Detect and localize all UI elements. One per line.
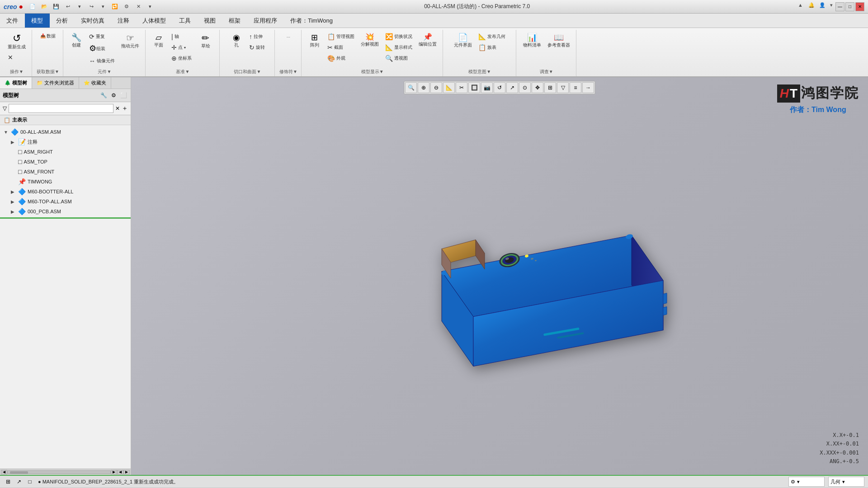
menu-applications[interactable]: 应用程序 [247, 14, 284, 28]
zoom-in-btn[interactable]: ⊕ [418, 82, 429, 93]
new-btn[interactable]: 📄 [28, 2, 38, 12]
getdata-group-label[interactable]: 获取数据▼ [37, 68, 59, 76]
regen-button[interactable]: ↺ 重新生成 [5, 32, 28, 52]
tree-item-asm-top[interactable]: □ ASM_TOP [0, 157, 131, 167]
status-geometry-dropdown[interactable]: 几何 ▾ [828, 477, 864, 487]
edit-position-button[interactable]: 📌 编辑位置 [416, 32, 439, 49]
array-button[interactable]: ⊞ 阵列 [306, 32, 323, 50]
cut-group-label[interactable]: 切口和曲面▼ [234, 68, 261, 76]
scroll-left-btn[interactable]: ◀ [1, 470, 7, 474]
filter-view-btn[interactable]: ▽ [557, 82, 569, 93]
help-icon[interactable]: ▲ [795, 2, 806, 11]
create-button[interactable]: 🔧 创建 [68, 32, 85, 50]
component-group-label[interactable]: 元件▼ [98, 68, 111, 76]
publish-geo-button[interactable]: 📐 发布几何 [476, 32, 508, 42]
cursor-icon[interactable]: ↗ [14, 477, 24, 486]
revolve-button[interactable]: ↻ 旋转 [247, 42, 267, 52]
minimize-btn[interactable]: — [835, 2, 844, 11]
select-btn[interactable]: ↗ [506, 82, 518, 93]
display-group-label[interactable]: 模型显示▼ [361, 68, 384, 76]
menu-simulation[interactable]: 实时仿真 [75, 14, 111, 28]
ops-group-label[interactable]: 操作▼ [10, 68, 24, 76]
notification-icon[interactable]: 🔔 [807, 2, 816, 11]
menu-author[interactable]: 作者：TimWong [284, 14, 340, 28]
explode-button[interactable]: 💥 分解视图 [359, 32, 381, 49]
appearance-button[interactable]: 🎨 外观 [325, 53, 357, 63]
menu-annotation[interactable]: 注释 [111, 14, 136, 28]
tab-favorites[interactable]: ⭐ 收藏夹 [79, 77, 111, 89]
getdata-item1[interactable]: 📥 数据 [38, 32, 58, 41]
redo-arrow[interactable]: ▾ [98, 2, 108, 12]
search-input[interactable] [9, 104, 113, 113]
sidebar-scrollbar-h[interactable]: ◀ ▶ ◀ ▶ [0, 469, 131, 475]
filter-btn[interactable]: ▽ [3, 105, 7, 112]
spin-btn[interactable]: ⊙ [519, 82, 531, 93]
viewport[interactable]: 🔍 ⊕ ⊖ 📐 ✂ 🔲 📷 ↺ ↗ ⊙ ✥ ⊞ ▽ ≡ → [131, 77, 868, 475]
tab-folder-browser[interactable]: 📁 文件夹浏览器 [32, 77, 79, 89]
display-style-button[interactable]: 📐 显示样式 [383, 42, 415, 52]
extrude-button[interactable]: ↑ 拉伸 [247, 32, 267, 42]
smart-select-btn[interactable]: ⊞ [544, 82, 556, 93]
point-button[interactable]: ✛ 点 ▾ [169, 42, 194, 52]
move-btn[interactable]: ✥ [532, 82, 543, 93]
menu-framework[interactable]: 框架 [222, 14, 247, 28]
axis-button[interactable]: | 轴 [169, 32, 194, 42]
camera-btn[interactable]: 📷 [481, 82, 493, 93]
ref-viewer-button[interactable]: 📖 参考查看器 [545, 32, 572, 50]
zoom-out-btn[interactable]: ⊖ [430, 82, 442, 93]
drag-button[interactable]: ☞ 拖动元件 [119, 32, 142, 51]
tree-item-m60-top[interactable]: ▶ 🔷 M60-TOP-ALL.ASM [0, 197, 131, 206]
toggle-button[interactable]: 🔀 切换状况 [383, 32, 415, 42]
menu-analysis[interactable]: 分析 [50, 14, 75, 28]
tree-item-root[interactable]: ▼ 🔷 00-ALL-ASM.ASM [0, 127, 131, 137]
family-table-button[interactable]: 📋 族表 [476, 42, 508, 52]
filter-btn2[interactable]: ≡ [570, 82, 581, 93]
tree-item-annotation[interactable]: ▶ 📝 注释 [0, 137, 131, 147]
sketch-button[interactable]: ✏ 草绘 [196, 32, 216, 51]
settings-icon[interactable]: ⚙ [109, 91, 118, 100]
filter-icon[interactable]: 🔧 [99, 91, 108, 100]
undo-btn[interactable]: ↩ [63, 2, 73, 12]
menu-view[interactable]: 视图 [198, 14, 222, 28]
scroll-next-btn[interactable]: ▶ [123, 470, 130, 474]
section-button[interactable]: ✂ 截面 [325, 42, 357, 52]
assemble-button[interactable]: ⚙ 组装 [87, 42, 114, 55]
survey-group-label[interactable]: 调查▼ [540, 68, 553, 76]
more-view-btn[interactable]: → [582, 82, 594, 93]
scroll-prev-btn[interactable]: ◀ [117, 470, 123, 474]
bom-button[interactable]: 📊 物料清单 [521, 32, 543, 50]
scroll-right-btn[interactable]: ▶ [111, 470, 117, 474]
plane-button[interactable]: ▱ 平面 [150, 32, 167, 50]
intent-group-label[interactable]: 模型意图▼ [468, 68, 491, 76]
maximize-btn[interactable]: □ [845, 2, 854, 11]
datum-group-label[interactable]: 基准▼ [176, 68, 189, 76]
display-mode-btn[interactable]: 🔲 [468, 82, 480, 93]
tree-item-pcb[interactable]: ▶ 🔷 000_PCB.ASM [0, 206, 131, 216]
manage-view-button[interactable]: 📋 管理视图 [325, 32, 357, 42]
mirror-button[interactable]: ↔ 镜像元件 [87, 56, 117, 66]
status-options-btn[interactable]: ⚙ ▾ [788, 477, 825, 487]
profile-icon[interactable]: 👤 [817, 2, 827, 11]
component-interface-button[interactable]: 📄 元件界面 [452, 32, 474, 50]
settings-btn[interactable]: ⚙ [122, 2, 132, 12]
undo-arrow[interactable]: ▾ [75, 2, 85, 12]
perspective-button[interactable]: 🔍 透视图 [383, 53, 415, 63]
sidebar-scroll-thumb[interactable] [10, 471, 28, 474]
repaint-btn[interactable]: ↺ [494, 82, 505, 93]
grid-icon[interactable]: ⊞ [4, 477, 13, 486]
clear-search-btn[interactable]: ✕ [115, 105, 120, 112]
menu-human-model[interactable]: 人体模型 [136, 14, 173, 28]
orient-btn[interactable]: 📐 [443, 82, 455, 93]
modifier-group-label[interactable]: 修饰符▼ [279, 68, 297, 76]
expand-icon[interactable]: ⬜ [119, 91, 128, 100]
settings-icon[interactable]: ▾ [828, 2, 835, 11]
save-btn[interactable]: 💾 [51, 2, 61, 12]
close-btn[interactable]: ✕ [855, 2, 864, 11]
tree-item-m60-boot[interactable]: ▶ 🔷 M60-BOOTTER-ALL [0, 187, 131, 197]
open-btn[interactable]: 📂 [39, 2, 49, 12]
close-quick-btn[interactable]: ✕ [133, 2, 143, 12]
sidebar-scroll-track[interactable] [7, 470, 111, 474]
redo-btn[interactable]: ↪ [86, 2, 96, 12]
menu-file[interactable]: 文件 [0, 14, 25, 28]
tree-item-asm-front[interactable]: □ ASM_FRONT [0, 167, 131, 177]
